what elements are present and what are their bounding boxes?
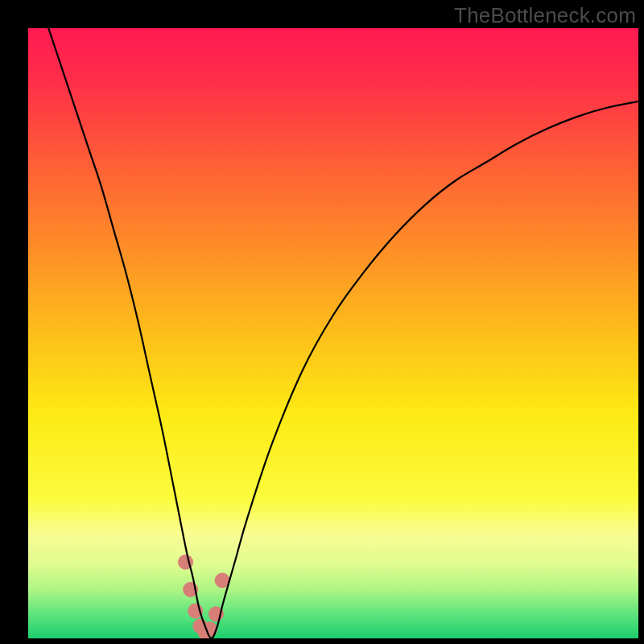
bottleneck-curve bbox=[28, 28, 638, 638]
curve-layer bbox=[28, 28, 638, 638]
highlight-dots bbox=[179, 555, 229, 638]
watermark-text: TheBottleneck.com bbox=[454, 3, 636, 28]
chart-frame: TheBottleneck.com bbox=[0, 0, 644, 644]
plot-area bbox=[28, 28, 638, 638]
